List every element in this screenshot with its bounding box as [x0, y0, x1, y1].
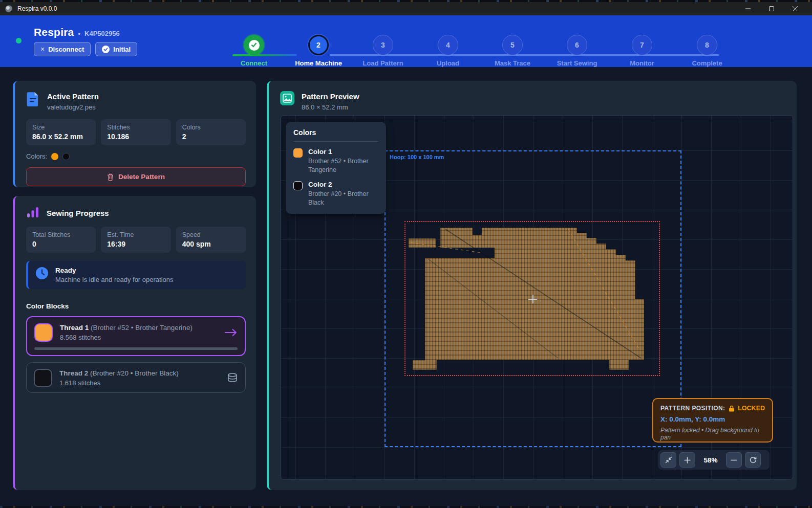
app-icon [5, 5, 13, 13]
thread-detail: (Brother #20 • Brother Black) [90, 369, 179, 377]
delete-pattern-label: Delete Pattern [118, 173, 165, 181]
step-load-pattern[interactable]: 3 Load Pattern [355, 35, 411, 67]
pattern-preview-card: Pattern Preview 86.0 × 52.2 mm Hoop: 100… [267, 81, 797, 490]
legend-color-detail: Brother #52 • Brother Tangerine [308, 157, 377, 174]
thread-name: Thread 2 [59, 369, 88, 377]
thread-2-swatch [34, 369, 52, 387]
legend-color-detail: Brother #20 • Brother Black [308, 190, 377, 207]
color-blocks-title: Color Blocks [15, 302, 256, 310]
pattern-dimensions: 86.0 × 52.2 mm [302, 103, 359, 111]
stat-value: 10.186 [107, 132, 164, 141]
step-label: Mask Trace [484, 59, 541, 67]
fit-view-icon[interactable] [660, 452, 676, 468]
zoom-toolbar: 58% [658, 450, 770, 470]
stat-value: 16:39 [107, 240, 164, 248]
thread-1-swatch [34, 323, 53, 342]
window-title: Respira v0.0.0 [17, 5, 57, 12]
legend-swatch-orange [293, 148, 303, 158]
stat-value: 86.0 x 52.2 mm [32, 132, 90, 141]
stat-label: Stitches [107, 124, 164, 131]
step-circle-done [244, 35, 264, 55]
step-upload[interactable]: 4 Upload [420, 35, 476, 67]
step-label: Upload [420, 59, 476, 67]
step-complete[interactable]: 8 Complete [679, 35, 735, 67]
status-title: Ready [55, 267, 174, 274]
stat-stitches: Stitches 10.186 [101, 119, 170, 145]
stat-total-stitches: Total Stitches 0 [26, 227, 96, 253]
step-label: Load Pattern [355, 59, 411, 67]
zoom-out-button[interactable] [726, 452, 742, 468]
step-label: Home Machine [290, 59, 347, 67]
thread-2-block[interactable]: Thread 2 (Brother #20 • Brother Black) 1… [26, 362, 246, 393]
thread-1-block[interactable]: Thread 1 (Brother #52 • Brother Tangerin… [26, 316, 246, 356]
stat-label: Total Stitches [32, 231, 90, 238]
step-start-sewing[interactable]: 6 Start Sewing [549, 35, 605, 67]
machine-status-box: Ready Machine is idle and ready for oper… [26, 261, 246, 289]
legend-entry-color-1: Color 1 Brother #52 • Brother Tangerine [293, 148, 378, 174]
status-text: Machine is idle and ready for operations [55, 276, 174, 283]
stat-size: Size 86.0 x 52.2 mm [26, 119, 96, 145]
workflow-stepper: Connect 2 Home Machine 3 Load Pattern 4 … [0, 15, 812, 67]
step-home-machine[interactable]: 2 Home Machine [290, 35, 347, 67]
thread-1-progress-bar [34, 347, 238, 350]
check-icon [249, 40, 260, 51]
step-label: Complete [679, 59, 735, 67]
clock-icon [35, 267, 49, 280]
thread-name: Thread 1 [60, 324, 89, 332]
stat-speed: Speed 400 spm [176, 227, 246, 253]
legend-title: Colors [293, 128, 378, 142]
stat-label: Colors [182, 124, 240, 131]
stat-colors: Colors 2 [176, 119, 246, 145]
pattern-filename: valetudogv2.pes [47, 103, 99, 111]
step-circle: 6 [567, 35, 587, 55]
position-label: PATTERN POSITION: [660, 405, 725, 412]
title-bar: Respira v0.0.0 [0, 2, 812, 15]
legend-color-name: Color 2 [308, 181, 377, 188]
step-circle: 3 [373, 35, 393, 55]
step-label: Connect [226, 59, 282, 67]
zoom-level: 58% [698, 456, 723, 464]
position-coordinates: X: 0.0mm, Y: 0.0mm [660, 415, 765, 423]
stat-value: 0 [32, 240, 90, 248]
window-controls [736, 2, 807, 15]
step-label: Monitor [614, 59, 670, 67]
card-title: Active Pattern [47, 91, 99, 101]
sewing-stats: Total Stitches 0 Est. Time 16:39 Speed 4… [15, 227, 256, 253]
center-crosshair [528, 295, 537, 303]
legend-swatch-black [293, 181, 303, 190]
step-connect[interactable]: Connect [226, 35, 282, 67]
locked-badge: LOCKED [738, 405, 765, 412]
step-monitor[interactable]: 7 Monitor [614, 35, 670, 67]
card-title: Pattern Preview [302, 91, 359, 101]
maximize-icon[interactable] [760, 2, 783, 15]
thread-detail: (Brother #52 • Brother Tangerine) [91, 324, 193, 332]
zoom-in-button[interactable] [679, 452, 695, 468]
step-mask-trace[interactable]: 5 Mask Trace [484, 35, 541, 67]
pattern-colors-row: Colors: [15, 152, 256, 160]
step-label: Start Sewing [549, 59, 605, 67]
step-circle: 4 [438, 35, 458, 55]
colors-legend: Colors Color 1 Brother #52 • Brother Tan… [286, 122, 386, 214]
legend-color-name: Color 1 [308, 148, 377, 156]
stat-est-time: Est. Time 16:39 [101, 227, 170, 253]
stat-label: Speed [182, 231, 240, 238]
app-window: Respira v0.0.0 Respira • K4P502956 × Dis… [0, 0, 812, 508]
arrow-right-icon [224, 328, 238, 337]
minimize-icon[interactable] [736, 2, 760, 15]
background-window-sliver-bottom [0, 506, 812, 508]
trash-icon [107, 173, 114, 181]
reset-view-icon[interactable] [745, 452, 761, 468]
delete-pattern-button[interactable]: Delete Pattern [26, 167, 246, 186]
step-circle-active: 2 [308, 35, 329, 55]
close-icon[interactable] [783, 2, 807, 15]
preview-canvas[interactable]: Hoop: 100 x 100 mm [281, 115, 793, 480]
colors-label: Colors: [26, 152, 47, 160]
legend-entry-color-2: Color 2 Brother #20 • Brother Black [293, 181, 378, 207]
thread-stitches: 8.568 stitches [60, 334, 193, 341]
pattern-notch-slot [424, 248, 495, 258]
stat-label: Size [32, 124, 90, 131]
thread-stitches: 1.618 stitches [59, 379, 179, 387]
active-pattern-card: Active Pattern valetudogv2.pes Size 86.0… [13, 81, 256, 187]
lock-icon [729, 405, 735, 412]
step-circle: 7 [632, 35, 652, 55]
